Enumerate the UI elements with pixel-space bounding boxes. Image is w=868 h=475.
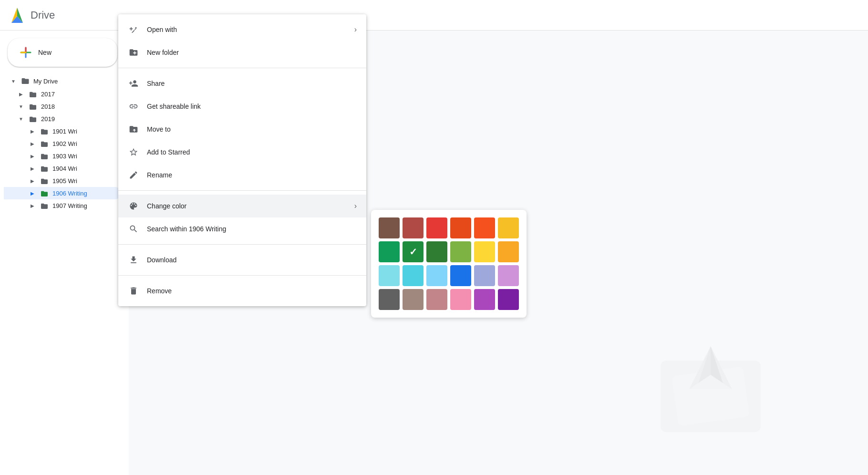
remove-label: Remove — [147, 287, 357, 295]
open-with-arrow-icon: › — [354, 25, 357, 34]
new-folder-label: New folder — [147, 49, 357, 56]
folder-label-2019: 2019 — [41, 115, 55, 123]
folder-item-2019[interactable]: 2019 — [4, 113, 121, 125]
folder-item-1907writing[interactable]: 1907 Writing — [4, 199, 121, 212]
move-to-label: Move to — [147, 125, 357, 133]
rename-label: Rename — [147, 171, 357, 179]
folder-item-1904wri[interactable]: 1904 Wri — [4, 162, 121, 175]
menu-item-share[interactable]: Share — [118, 72, 366, 95]
menu-item-get-link[interactable]: Get shareable link — [118, 95, 366, 118]
folder-item-2017[interactable]: 2017 — [4, 88, 121, 100]
folder-label-1904: 1904 Wri — [52, 165, 77, 172]
folder-chevron-1906 — [29, 189, 36, 197]
folder-item-1901wri[interactable]: 1901 Wri — [4, 125, 121, 137]
folder-label-2017: 2017 — [41, 91, 55, 98]
new-button-label: New — [38, 49, 52, 56]
folder-icon-2017 — [29, 91, 37, 97]
folder-icon-1906 — [40, 190, 49, 196]
color-swatch-avocado[interactable] — [498, 241, 519, 262]
mydrive-label: My Drive — [33, 78, 58, 85]
star-icon — [128, 146, 139, 158]
menu-item-rename[interactable]: Rename — [118, 164, 366, 186]
color-swatch-ocean[interactable] — [450, 265, 471, 286]
folder-label-1905: 1905 Wri — [52, 177, 77, 185]
menu-item-add-starred[interactable]: Add to Starred — [118, 141, 366, 164]
change-color-label: Change color — [147, 202, 347, 210]
color-swatch-amethyst[interactable] — [498, 289, 519, 310]
folder-label-1901: 1901 Wri — [52, 128, 77, 135]
color-swatch-birch[interactable] — [403, 289, 424, 310]
folder-item-1902wri[interactable]: 1902 Wri — [4, 137, 121, 150]
color-swatch-cocoa[interactable] — [379, 217, 400, 238]
menu-item-move-to[interactable]: Move to — [118, 118, 366, 141]
folder-label-1902: 1902 Wri — [52, 140, 77, 147]
color-swatch-eucalyptus[interactable] — [450, 241, 471, 262]
folder-item-1906writing[interactable]: 1906 Writing — [4, 187, 121, 199]
color-swatch-graphite[interactable] — [379, 289, 400, 310]
new-plus-icon — [19, 46, 32, 59]
color-swatch-lavender[interactable] — [474, 265, 495, 286]
color-swatch-flamingo2[interactable] — [450, 289, 471, 310]
folder-label-2018: 2018 — [41, 103, 55, 110]
menu-item-remove[interactable]: Remove — [118, 279, 366, 302]
folder-icon-1907 — [40, 202, 49, 209]
download-icon — [128, 254, 139, 266]
color-swatch-pumpkin[interactable] — [474, 217, 495, 238]
open-with-label: Open with — [147, 26, 347, 33]
color-swatch-tomato[interactable] — [426, 217, 447, 238]
folder-chevron-2018 — [17, 103, 25, 110]
change-color-arrow-icon: › — [354, 202, 357, 210]
menu-item-download[interactable]: Download — [118, 248, 366, 271]
move-icon — [128, 124, 139, 135]
color-swatch-grape[interactable] — [474, 289, 495, 310]
menu-item-change-color[interactable]: Change color › — [118, 195, 366, 217]
menu-divider-2 — [118, 190, 366, 191]
get-link-label: Get shareable link — [147, 103, 357, 110]
folder-chevron-1903 — [29, 152, 36, 160]
download-label: Download — [147, 256, 357, 264]
color-swatch-flamingo[interactable] — [403, 217, 424, 238]
folder-item-1905wri[interactable]: 1905 Wri — [4, 175, 121, 187]
add-starred-label: Add to Starred — [147, 148, 357, 156]
search-within-label: Search within 1906 Writing — [147, 225, 357, 233]
folder-icon-1905 — [40, 177, 49, 184]
color-swatch-forest[interactable] — [426, 241, 447, 262]
app-title: Drive — [31, 9, 55, 21]
share-label: Share — [147, 80, 357, 87]
google-drive-logo — [8, 6, 27, 25]
folder-chevron-1904 — [29, 165, 36, 172]
mydrive-chevron — [10, 77, 17, 85]
rename-icon — [128, 169, 139, 181]
mydrive-icon — [21, 77, 30, 85]
menu-item-open-with[interactable]: Open with › — [118, 18, 366, 41]
color-swatch-banana[interactable] — [498, 217, 519, 238]
folder-chevron-2019 — [17, 115, 25, 123]
share-icon — [128, 78, 139, 89]
folder-item-2018[interactable]: 2018 — [4, 100, 121, 113]
folder-chevron-2017 — [17, 90, 25, 98]
folder-item-1903wri[interactable]: 1903 Wri — [4, 150, 121, 162]
open-with-icon — [128, 24, 139, 35]
color-swatch-citron[interactable] — [474, 241, 495, 262]
color-swatch-peacock[interactable] — [403, 265, 424, 286]
folder-chevron-1907 — [29, 202, 36, 209]
color-swatch-sage[interactable] — [379, 241, 400, 262]
color-swatch-denim[interactable] — [426, 265, 447, 286]
search-icon — [128, 223, 139, 235]
color-picker-popup — [371, 210, 527, 318]
color-swatch-tangerine[interactable] — [450, 217, 471, 238]
menu-item-search-within[interactable]: Search within 1906 Writing — [118, 217, 366, 240]
folder-icon-1903 — [40, 153, 49, 159]
color-swatch-basil[interactable] — [403, 241, 424, 262]
new-button[interactable]: New — [8, 38, 117, 67]
sidebar-item-mydrive[interactable]: My Drive — [4, 74, 121, 88]
color-icon — [128, 200, 139, 212]
menu-item-new-folder[interactable]: New folder — [118, 41, 366, 64]
color-swatch-cyan[interactable] — [379, 265, 400, 286]
sidebar: New My Drive 2017 2018 — [0, 31, 129, 475]
folder-label-1906: 1906 Writing — [52, 190, 87, 197]
folder-label-1907: 1907 Writing — [52, 202, 87, 209]
color-swatch-blush[interactable] — [426, 289, 447, 310]
context-menu: Open with › New folder Share Get shareab… — [118, 14, 366, 306]
color-swatch-wisteria[interactable] — [498, 265, 519, 286]
